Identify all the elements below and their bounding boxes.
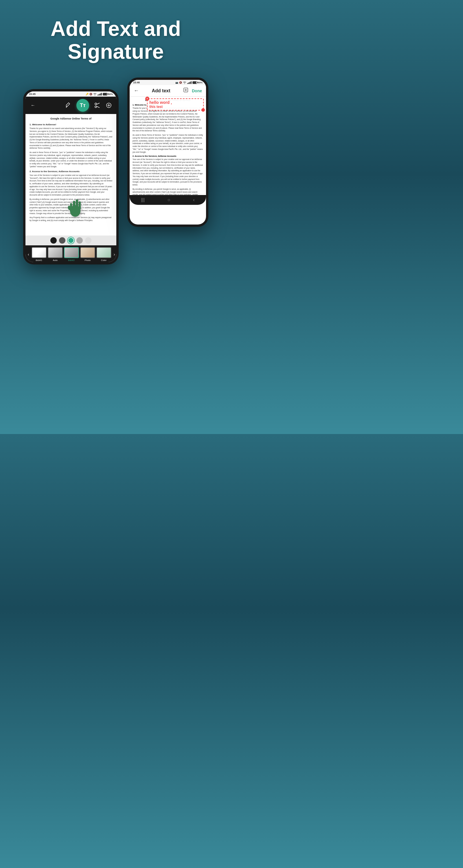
status-bar-right: 15:46 📷 🔇 xyxy=(130,80,206,85)
text-tool-button[interactable]: Tт xyxy=(76,99,89,112)
svg-rect-10 xyxy=(79,202,81,210)
filter-bw1-label: B&W1 xyxy=(36,259,42,261)
title-line2: Signature xyxy=(68,40,164,63)
toolbar-center-left: Tт xyxy=(65,99,112,112)
filter-auto[interactable]: Auto xyxy=(48,247,63,261)
title-area: Add Text and Signature xyxy=(0,0,232,72)
hand-icon xyxy=(67,195,84,218)
svg-rect-8 xyxy=(73,201,75,210)
filter-strip: ‹ B&W1 Auto B&W2 xyxy=(26,245,116,262)
menu-button-left[interactable] xyxy=(105,102,112,109)
camera-icon: 📷 xyxy=(175,81,178,84)
add-icon xyxy=(183,87,188,93)
doc-para3-left: Your use of the Services is subject to y… xyxy=(30,174,112,196)
back-button-left[interactable]: ← xyxy=(30,102,36,109)
filter-bw1[interactable]: B&W1 xyxy=(32,247,47,261)
scissors-icon xyxy=(94,102,100,108)
filter-color[interactable]: Color xyxy=(96,247,112,261)
filter-color-label: Color xyxy=(101,259,106,261)
menu-icon-left xyxy=(106,102,112,108)
status-bar-left: 15:45 🔑 🔇 xyxy=(26,91,116,97)
signal-bars-right xyxy=(187,81,191,84)
overlay-text-line2: this test xyxy=(149,105,202,109)
overlay-close-button[interactable]: ✕ xyxy=(145,97,149,101)
nav-menu-right[interactable]: ||| xyxy=(141,197,145,203)
doc-para1-left: Thanks for your interest in our search a… xyxy=(30,127,112,150)
text-tool-icon: Tт xyxy=(80,102,86,108)
color-palette xyxy=(26,236,116,245)
filter-bw2[interactable]: B&W2 xyxy=(64,247,79,261)
filter-prev-arrow[interactable]: ‹ xyxy=(27,252,30,257)
doc-title-left: Google AdSense Online Terms of xyxy=(30,117,112,121)
hand-pointer xyxy=(67,195,84,218)
time-right: 15:46 xyxy=(133,81,140,84)
document-right: Google AdSense Online Terms of Service 1… xyxy=(130,97,206,195)
battery-right xyxy=(192,81,197,84)
doc-para3-right: Your use of the Services is subject to y… xyxy=(132,158,203,186)
filter-bw2-label: B&W2 xyxy=(68,259,75,261)
section2-title-right: 2. Access to the Services; AdSense Accou… xyxy=(132,155,203,157)
battery-pct-left: 90% xyxy=(108,93,113,95)
filter-next-arrow[interactable]: › xyxy=(113,252,116,257)
key-icon: 🔑 xyxy=(86,93,89,95)
status-icons-right: 📷 🔇 89% xyxy=(175,81,203,84)
done-button[interactable]: Done xyxy=(192,89,202,93)
filter-photo[interactable]: Photo xyxy=(80,247,95,261)
doc-para2-right: As used in these Terms of Service, "you"… xyxy=(132,134,203,153)
phone-right: 15:46 📷 🔇 xyxy=(127,78,208,227)
page-title: Add Text and Signature xyxy=(6,18,226,63)
doc-para1-right: Thanks for your interest in our search a… xyxy=(132,107,203,132)
pen-icon xyxy=(65,102,71,108)
nav-home-right[interactable]: ○ xyxy=(167,197,171,203)
svg-rect-9 xyxy=(76,199,78,210)
doc-para2-left: As used in these Terms of Service, "you"… xyxy=(30,151,112,168)
section1-title-left: 1. Welcome to AdSense! xyxy=(30,123,112,126)
volume-icon-r: 🔇 xyxy=(179,81,182,84)
pen-tool-button[interactable] xyxy=(65,102,72,109)
color-dot-gray[interactable] xyxy=(76,237,83,244)
text-overlay-box[interactable]: ✕ hello word , this test xyxy=(147,98,204,111)
doc-para4-right: By enrolling in AdSense, you permit Goog… xyxy=(132,188,203,195)
title-line1: Add Text and xyxy=(51,17,181,40)
add-text-icon[interactable] xyxy=(183,87,188,94)
color-dot-darkgray[interactable] xyxy=(59,237,65,244)
volume-icon: 🔇 xyxy=(89,93,92,95)
filter-auto-label: Auto xyxy=(53,259,57,261)
phone-screen-left: 15:45 🔑 🔇 xyxy=(26,91,116,262)
filter-photo-label: Photo xyxy=(85,259,91,261)
section2-title-left: 2. Access to the Services; AdSense Accou… xyxy=(30,170,112,173)
battery-pct-right: 89% xyxy=(198,81,203,84)
phones-container: 15:45 🔑 🔇 xyxy=(0,78,232,265)
phone-left: 15:45 🔑 🔇 xyxy=(23,89,119,265)
back-button-right[interactable]: ← xyxy=(134,88,139,94)
time-left: 15:45 xyxy=(29,93,36,95)
overlay-text-line1: hello word , xyxy=(149,100,202,105)
phone-screen-right: 15:46 📷 🔇 xyxy=(130,80,206,224)
scissors-button[interactable] xyxy=(94,102,101,109)
nav-bar-right: ||| ○ ‹ xyxy=(130,195,206,205)
wifi-icon xyxy=(93,93,97,95)
signal-bars-left xyxy=(97,93,102,95)
add-text-title: Add text xyxy=(152,88,171,93)
wifi-icon-r xyxy=(183,81,186,84)
status-icons-left: 🔑 🔇 90% xyxy=(86,93,113,95)
battery-left xyxy=(103,93,107,95)
toolbar-right: ← Add text Done xyxy=(130,85,206,97)
color-dot-black[interactable] xyxy=(50,237,57,244)
toolbar-right-actions: Done xyxy=(183,87,202,94)
color-dot-teal[interactable] xyxy=(68,237,74,244)
toolbar-left: ← Tт xyxy=(26,97,116,114)
color-dot-lightgray[interactable] xyxy=(85,237,91,244)
nav-back-right[interactable]: ‹ xyxy=(193,197,194,203)
resize-handle[interactable] xyxy=(202,108,205,112)
